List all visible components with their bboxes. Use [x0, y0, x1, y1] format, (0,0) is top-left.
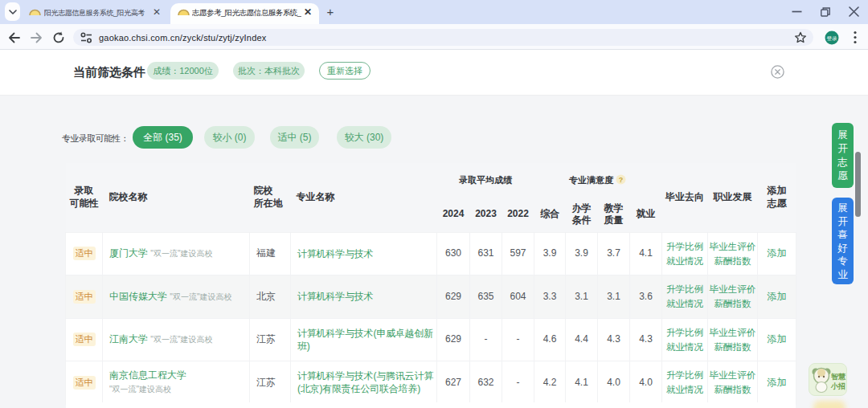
svg-text:?: ? [619, 176, 624, 184]
svg-text:登录: 登录 [827, 35, 838, 42]
